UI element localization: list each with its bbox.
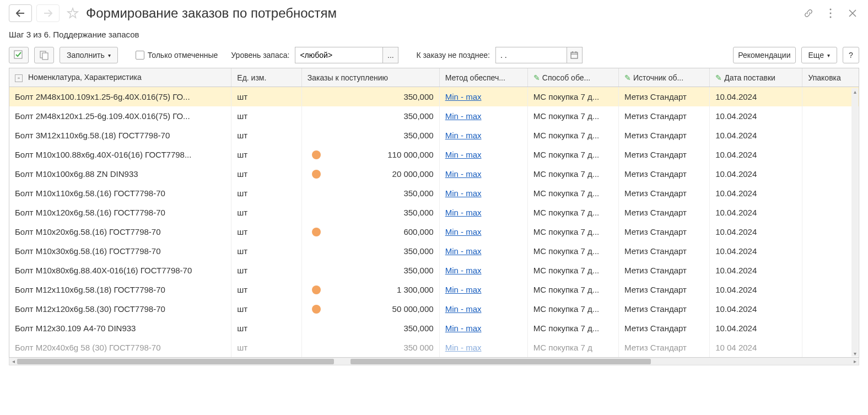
step-label: Шаг 3 из 6. Поддержание запасов (0, 26, 868, 42)
cell-unit: шт (231, 241, 301, 261)
cell-qty: 350,000 (301, 319, 439, 338)
scroll-thumb[interactable] (351, 359, 651, 364)
cell-unit: шт (231, 280, 301, 299)
cell-method[interactable]: Min - max (439, 126, 527, 145)
tree-collapse-icon[interactable]: ▫ (15, 74, 23, 82)
cell-pack (802, 319, 859, 338)
cell-method[interactable]: Min - max (439, 164, 527, 184)
more-button[interactable]: Еще▾ (801, 47, 838, 63)
cell-method[interactable]: Min - max (439, 319, 527, 338)
table-row[interactable]: Болт М12х120х6g.58.(30) ГОСТ7798-70шт50 … (9, 299, 859, 319)
table-row[interactable]: Болт М12х30.109 А4-70 DIN933шт350,000Min… (9, 319, 859, 338)
copy-button[interactable] (34, 47, 54, 63)
table-row[interactable]: Болт М10х100.88х6g.40Х-016(16) ГОСТ7798.… (9, 145, 859, 164)
more-menu-icon[interactable] (824, 7, 837, 20)
link-icon[interactable] (802, 7, 815, 20)
cell-supply: МС покупка 7 д... (527, 261, 618, 280)
col-supply[interactable]: ✎Способ обе... (527, 68, 618, 87)
cell-unit: шт (231, 106, 301, 126)
cell-qty: 350 000 (301, 338, 439, 357)
cell-qty: 1 300,000 (301, 280, 439, 299)
scroll-right-arrow[interactable]: ▸ (851, 358, 859, 365)
cell-method[interactable]: Min - max (439, 241, 527, 261)
cell-source: Метиз Стандарт (618, 319, 709, 338)
back-button[interactable] (9, 4, 32, 22)
cell-date: 10.04.2024 (710, 145, 802, 164)
cell-qty: 350,000 (301, 106, 439, 126)
stock-level-more-button[interactable]: ... (383, 47, 398, 63)
table-row[interactable]: Болт 2М48х120х1.25-6g.109.40Х.016(75) ГО… (9, 106, 859, 126)
status-dot-icon (312, 228, 321, 236)
table-row[interactable]: Болт М20х40х6g 58 (30) ГОСТ7798-70шт350 … (9, 338, 859, 357)
cell-method[interactable]: Min - max (439, 87, 527, 107)
check-all-button[interactable] (9, 47, 29, 63)
cell-date: 10 04 2024 (710, 338, 802, 357)
table-row[interactable]: Болт М12х110х6g.58.(18) ГОСТ7798-70шт1 3… (9, 280, 859, 299)
fill-button[interactable]: Заполнить▾ (60, 47, 118, 63)
cell-method[interactable]: Min - max (439, 106, 527, 126)
table-row[interactable]: Болт М10х110х6g.58.(16) ГОСТ7798-70шт350… (9, 184, 859, 203)
cell-method[interactable]: Min - max (439, 299, 527, 319)
svg-rect-3 (14, 51, 22, 58)
horizontal-scrollbar[interactable]: ◂ ▸ (9, 358, 859, 365)
cell-method[interactable]: Min - max (439, 145, 527, 164)
table-row[interactable]: Болт М10х120х6g.58.(16) ГОСТ7798-70шт350… (9, 203, 859, 222)
col-date[interactable]: ✎Дата поставки (710, 68, 802, 87)
help-button[interactable]: ? (843, 47, 859, 63)
cell-supply: МС покупка 7 д... (527, 87, 618, 107)
col-nomenclature[interactable]: ▫Номенклатура, Характеристика (9, 68, 231, 87)
toolbar: Заполнить▾ Только отмеченные Уровень зап… (0, 42, 868, 68)
order-date-input[interactable] (495, 47, 567, 63)
cell-unit: шт (231, 126, 301, 145)
status-dot-icon (312, 170, 321, 179)
cell-method[interactable]: Min - max (439, 280, 527, 299)
cell-pack (802, 222, 859, 241)
cell-unit: шт (231, 145, 301, 164)
cell-supply: МС покупка 7 д (527, 338, 618, 357)
table-row[interactable]: Болт 2М48х100.109х1.25-6g.40Х.016(75) ГО… (9, 87, 859, 107)
col-orders[interactable]: Заказы к поступлению (301, 68, 439, 87)
table-row[interactable]: Болт 3М12х110х6g.58.(18) ГОСТ7798-70шт35… (9, 126, 859, 145)
scroll-up-arrow[interactable]: ▴ (851, 88, 858, 95)
cell-source: Метиз Стандарт (618, 299, 709, 319)
cell-qty: 20 000,000 (301, 164, 439, 184)
cell-pack (802, 261, 859, 280)
favorite-star-icon[interactable] (66, 7, 79, 20)
cell-pack (802, 338, 859, 357)
scroll-thumb[interactable] (17, 359, 334, 364)
col-pack[interactable]: Упаковка (802, 68, 859, 87)
cell-source: Метиз Стандарт (618, 145, 709, 164)
cell-source: Метиз Стандарт (618, 280, 709, 299)
col-unit[interactable]: Ед. изм. (231, 68, 301, 87)
cell-name: Болт М10х30х6g.58.(16) ГОСТ7798-70 (9, 241, 231, 261)
cell-unit: шт (231, 203, 301, 222)
only-checked-checkbox[interactable]: Только отмеченные (136, 51, 218, 60)
cell-qty: 110 000,000 (301, 145, 439, 164)
vertical-scrollbar[interactable]: ▴ ▾ (851, 88, 858, 357)
stock-level-input[interactable] (295, 47, 383, 63)
col-method[interactable]: Метод обеспеч... (439, 68, 527, 87)
table-row[interactable]: Болт М10х80х6g.88.40Х-016(16) ГОСТ7798-7… (9, 261, 859, 280)
cell-supply: МС покупка 7 д... (527, 145, 618, 164)
forward-button[interactable] (36, 4, 60, 22)
recommendations-button[interactable]: Рекомендации (733, 47, 795, 63)
cell-method[interactable]: Min - max (439, 261, 527, 280)
svg-point-2 (830, 17, 832, 18)
scroll-left-arrow[interactable]: ◂ (9, 358, 17, 365)
table-row[interactable]: Болт М10х30х6g.58.(16) ГОСТ7798-70шт350,… (9, 241, 859, 261)
cell-unit: шт (231, 184, 301, 203)
scroll-down-arrow[interactable]: ▾ (851, 350, 858, 357)
table-row[interactable]: Болт М10х100х6g.88 ZN DIN933шт20 000,000… (9, 164, 859, 184)
cell-method[interactable]: Min - max (439, 203, 527, 222)
stock-level-label: Уровень запаса: (231, 51, 289, 60)
svg-rect-5 (42, 53, 48, 60)
cell-qty: 600,000 (301, 222, 439, 241)
calendar-button[interactable] (567, 47, 583, 63)
table-row[interactable]: Болт М10х20х6g.58.(16) ГОСТ7798-70шт600,… (9, 222, 859, 241)
cell-method[interactable]: Min - max (439, 338, 527, 357)
col-source[interactable]: ✎Источник об... (618, 68, 709, 87)
cell-supply: МС покупка 7 д... (527, 184, 618, 203)
cell-method[interactable]: Min - max (439, 184, 527, 203)
close-icon[interactable] (846, 7, 859, 20)
cell-method[interactable]: Min - max (439, 222, 527, 241)
